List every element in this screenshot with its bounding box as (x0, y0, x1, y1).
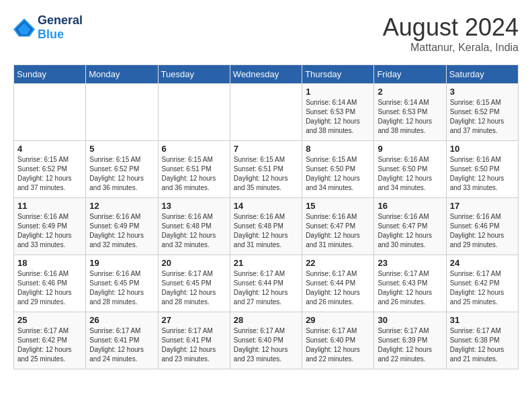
calendar-cell: 12Sunrise: 6:16 AM Sunset: 6:49 PM Dayli… (86, 198, 158, 255)
day-number: 6 (162, 144, 226, 154)
cell-info: Sunrise: 6:14 AM Sunset: 6:53 PM Dayligh… (378, 98, 442, 136)
calendar-cell: 5Sunrise: 6:15 AM Sunset: 6:52 PM Daylig… (86, 141, 158, 198)
day-number: 10 (450, 144, 515, 154)
day-number: 22 (306, 258, 370, 268)
day-number: 26 (89, 315, 154, 325)
day-number: 1 (306, 87, 370, 97)
cell-info: Sunrise: 6:15 AM Sunset: 6:51 PM Dayligh… (234, 155, 298, 193)
calendar-cell: 1Sunrise: 6:14 AM Sunset: 6:53 PM Daylig… (302, 84, 374, 141)
calendar-cell: 10Sunrise: 6:16 AM Sunset: 6:50 PM Dayli… (446, 141, 518, 198)
calendar-cell: 29Sunrise: 6:17 AM Sunset: 6:40 PM Dayli… (302, 312, 374, 369)
day-number: 13 (162, 201, 226, 211)
calendar-cell: 20Sunrise: 6:17 AM Sunset: 6:45 PM Dayli… (158, 255, 230, 312)
day-number: 23 (378, 258, 442, 268)
calendar-cell: 31Sunrise: 6:17 AM Sunset: 6:38 PM Dayli… (446, 312, 518, 369)
calendar-cell (230, 84, 302, 141)
week-row-4: 18Sunrise: 6:16 AM Sunset: 6:46 PM Dayli… (14, 255, 519, 312)
day-number: 4 (17, 144, 82, 154)
cell-info: Sunrise: 6:16 AM Sunset: 6:48 PM Dayligh… (162, 212, 226, 250)
cell-info: Sunrise: 6:16 AM Sunset: 6:47 PM Dayligh… (306, 212, 370, 250)
day-number: 2 (378, 87, 442, 97)
location-subtitle: Mattanur, Kerala, India (383, 42, 519, 54)
cell-info: Sunrise: 6:16 AM Sunset: 6:50 PM Dayligh… (450, 155, 515, 193)
calendar-cell (158, 84, 230, 141)
calendar-cell: 21Sunrise: 6:17 AM Sunset: 6:44 PM Dayli… (230, 255, 302, 312)
cell-info: Sunrise: 6:17 AM Sunset: 6:38 PM Dayligh… (450, 326, 515, 364)
calendar-cell: 26Sunrise: 6:17 AM Sunset: 6:41 PM Dayli… (86, 312, 158, 369)
day-number: 25 (17, 315, 82, 325)
cell-info: Sunrise: 6:15 AM Sunset: 6:52 PM Dayligh… (17, 155, 82, 193)
day-number: 9 (378, 144, 442, 154)
cell-info: Sunrise: 6:17 AM Sunset: 6:41 PM Dayligh… (162, 326, 226, 364)
cell-info: Sunrise: 6:16 AM Sunset: 6:48 PM Dayligh… (234, 212, 298, 250)
calendar-cell: 4Sunrise: 6:15 AM Sunset: 6:52 PM Daylig… (14, 141, 86, 198)
day-number: 17 (450, 201, 515, 211)
calendar-cell: 8Sunrise: 6:15 AM Sunset: 6:50 PM Daylig… (302, 141, 374, 198)
calendar-cell: 14Sunrise: 6:16 AM Sunset: 6:48 PM Dayli… (230, 198, 302, 255)
cell-info: Sunrise: 6:14 AM Sunset: 6:53 PM Dayligh… (306, 98, 370, 136)
day-header-tuesday: Tuesday (158, 65, 230, 84)
day-number: 7 (234, 144, 298, 154)
calendar-cell: 17Sunrise: 6:16 AM Sunset: 6:46 PM Dayli… (446, 198, 518, 255)
cell-info: Sunrise: 6:16 AM Sunset: 6:50 PM Dayligh… (378, 155, 442, 193)
logo-text: General Blue (38, 13, 83, 42)
calendar-cell: 11Sunrise: 6:16 AM Sunset: 6:49 PM Dayli… (14, 198, 86, 255)
cell-info: Sunrise: 6:17 AM Sunset: 6:42 PM Dayligh… (450, 269, 515, 307)
day-number: 18 (17, 258, 82, 268)
cell-info: Sunrise: 6:15 AM Sunset: 6:50 PM Dayligh… (306, 155, 370, 193)
cell-info: Sunrise: 6:17 AM Sunset: 6:44 PM Dayligh… (306, 269, 370, 307)
calendar-cell: 25Sunrise: 6:17 AM Sunset: 6:42 PM Dayli… (14, 312, 86, 369)
month-year-title: August 2024 (383, 13, 519, 42)
cell-info: Sunrise: 6:15 AM Sunset: 6:52 PM Dayligh… (89, 155, 154, 193)
cell-info: Sunrise: 6:16 AM Sunset: 6:47 PM Dayligh… (378, 212, 442, 250)
cell-info: Sunrise: 6:17 AM Sunset: 6:45 PM Dayligh… (162, 269, 226, 307)
header-row: SundayMondayTuesdayWednesdayThursdayFrid… (14, 65, 519, 84)
day-number: 27 (162, 315, 226, 325)
title-block: August 2024 Mattanur, Kerala, India (383, 13, 519, 54)
day-number: 15 (306, 201, 370, 211)
week-row-5: 25Sunrise: 6:17 AM Sunset: 6:42 PM Dayli… (14, 312, 519, 369)
day-number: 16 (378, 201, 442, 211)
calendar-cell: 13Sunrise: 6:16 AM Sunset: 6:48 PM Dayli… (158, 198, 230, 255)
cell-info: Sunrise: 6:15 AM Sunset: 6:52 PM Dayligh… (450, 98, 515, 136)
calendar-cell: 16Sunrise: 6:16 AM Sunset: 6:47 PM Dayli… (374, 198, 446, 255)
day-number: 12 (89, 201, 154, 211)
cell-info: Sunrise: 6:17 AM Sunset: 6:39 PM Dayligh… (378, 326, 442, 364)
day-header-thursday: Thursday (302, 65, 374, 84)
day-number: 28 (234, 315, 298, 325)
cell-info: Sunrise: 6:17 AM Sunset: 6:42 PM Dayligh… (17, 326, 82, 364)
day-number: 31 (450, 315, 515, 325)
cell-info: Sunrise: 6:16 AM Sunset: 6:46 PM Dayligh… (17, 269, 82, 307)
calendar-cell: 19Sunrise: 6:16 AM Sunset: 6:45 PM Dayli… (86, 255, 158, 312)
cell-info: Sunrise: 6:16 AM Sunset: 6:45 PM Dayligh… (89, 269, 154, 307)
cell-info: Sunrise: 6:15 AM Sunset: 6:51 PM Dayligh… (162, 155, 226, 193)
cell-info: Sunrise: 6:16 AM Sunset: 6:49 PM Dayligh… (89, 212, 154, 250)
calendar-cell: 3Sunrise: 6:15 AM Sunset: 6:52 PM Daylig… (446, 84, 518, 141)
day-header-friday: Friday (374, 65, 446, 84)
calendar-cell: 6Sunrise: 6:15 AM Sunset: 6:51 PM Daylig… (158, 141, 230, 198)
calendar-cell: 28Sunrise: 6:17 AM Sunset: 6:40 PM Dayli… (230, 312, 302, 369)
cell-info: Sunrise: 6:17 AM Sunset: 6:44 PM Dayligh… (234, 269, 298, 307)
day-number: 20 (162, 258, 226, 268)
day-header-wednesday: Wednesday (230, 65, 302, 84)
cell-info: Sunrise: 6:17 AM Sunset: 6:40 PM Dayligh… (306, 326, 370, 364)
calendar-cell: 15Sunrise: 6:16 AM Sunset: 6:47 PM Dayli… (302, 198, 374, 255)
day-number: 3 (450, 87, 515, 97)
calendar-cell: 30Sunrise: 6:17 AM Sunset: 6:39 PM Dayli… (374, 312, 446, 369)
cell-info: Sunrise: 6:17 AM Sunset: 6:43 PM Dayligh… (378, 269, 442, 307)
day-number: 5 (89, 144, 154, 154)
day-number: 11 (17, 201, 82, 211)
calendar-cell (14, 84, 86, 141)
calendar-cell: 7Sunrise: 6:15 AM Sunset: 6:51 PM Daylig… (230, 141, 302, 198)
day-number: 30 (378, 315, 442, 325)
calendar-cell: 22Sunrise: 6:17 AM Sunset: 6:44 PM Dayli… (302, 255, 374, 312)
calendar-cell: 2Sunrise: 6:14 AM Sunset: 6:53 PM Daylig… (374, 84, 446, 141)
calendar-cell: 27Sunrise: 6:17 AM Sunset: 6:41 PM Dayli… (158, 312, 230, 369)
day-header-saturday: Saturday (446, 65, 518, 84)
day-number: 8 (306, 144, 370, 154)
day-header-sunday: Sunday (14, 65, 86, 84)
day-number: 21 (234, 258, 298, 268)
day-header-monday: Monday (86, 65, 158, 84)
cell-info: Sunrise: 6:17 AM Sunset: 6:40 PM Dayligh… (234, 326, 298, 364)
day-number: 19 (89, 258, 154, 268)
